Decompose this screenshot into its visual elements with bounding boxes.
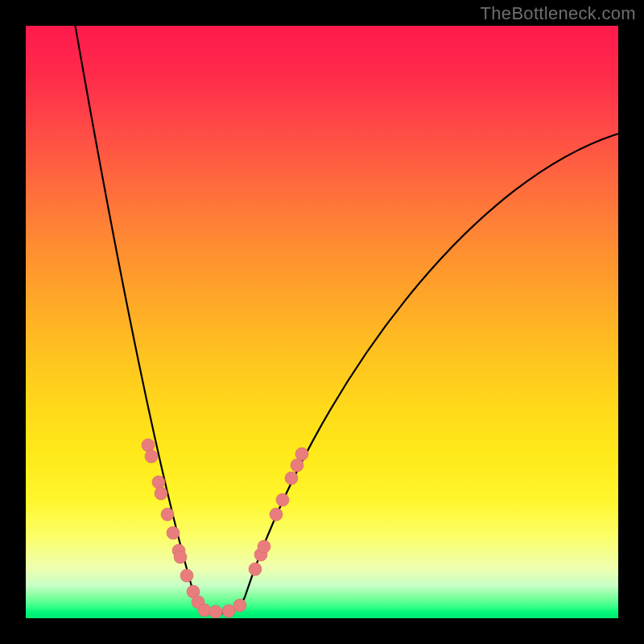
data-point	[145, 450, 158, 463]
watermark-text: TheBottleneck.com	[481, 3, 636, 24]
data-point	[180, 569, 193, 582]
data-point	[233, 599, 246, 612]
curve-overlay	[26, 26, 618, 618]
data-point	[155, 487, 167, 500]
data-point	[249, 563, 262, 576]
data-point	[258, 540, 270, 553]
data-point	[167, 526, 180, 539]
data-point	[209, 605, 222, 618]
bottleneck-curve	[72, 26, 618, 613]
data-point	[291, 459, 303, 472]
plot-area	[26, 26, 618, 618]
data-point	[270, 508, 283, 521]
data-point	[295, 448, 308, 460]
data-point	[198, 604, 211, 617]
data-point	[174, 551, 187, 564]
data-point	[285, 472, 298, 485]
data-point	[142, 439, 155, 452]
data-point	[161, 508, 174, 521]
data-point	[152, 476, 165, 489]
data-point	[222, 605, 235, 617]
data-point	[276, 493, 289, 506]
dot-group	[142, 439, 308, 618]
